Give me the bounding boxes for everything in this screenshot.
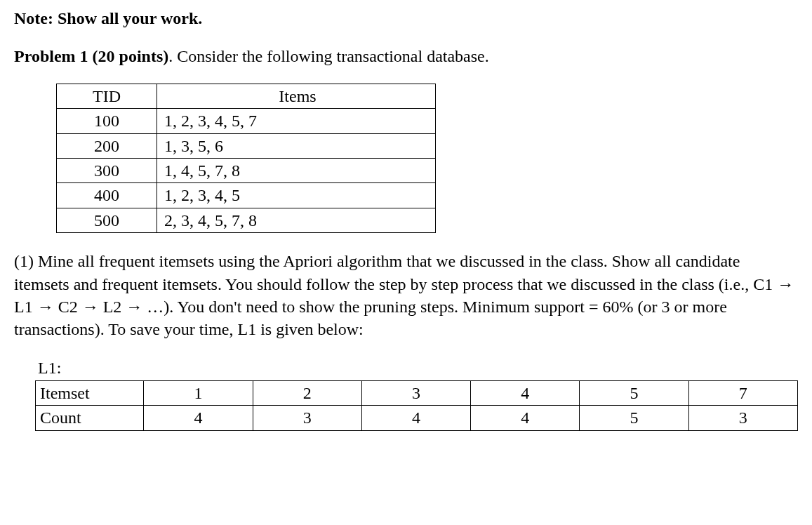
table-row: 300 1, 4, 5, 7, 8 xyxy=(57,158,436,182)
cell-tid: 100 xyxy=(57,109,157,133)
l1-table: Itemset 1 2 3 4 5 7 Count 4 3 4 4 5 3 xyxy=(35,380,798,431)
l1-count-cell: 4 xyxy=(361,406,470,430)
l1-itemset-cell: 3 xyxy=(361,381,470,406)
problem-intro: Problem 1 (20 points). Consider the foll… xyxy=(14,45,798,67)
table-row: 200 1, 3, 5, 6 xyxy=(57,133,436,158)
cell-items: 1, 3, 5, 6 xyxy=(157,133,436,158)
l1-itemset-cell: 5 xyxy=(580,381,688,406)
cell-items: 1, 4, 5, 7, 8 xyxy=(157,158,436,182)
cell-items: 2, 3, 4, 5, 7, 8 xyxy=(157,208,436,232)
l1-count-cell: 3 xyxy=(688,406,797,430)
l1-count-cell: 4 xyxy=(471,406,580,430)
question-1-text: (1) Mine all frequent itemsets using the… xyxy=(14,250,798,341)
l1-itemset-cell: 7 xyxy=(688,381,797,406)
l1-itemset-cell: 1 xyxy=(144,381,253,406)
cell-tid: 400 xyxy=(57,183,157,208)
cell-tid: 300 xyxy=(57,158,157,182)
l1-itemset-cell: 4 xyxy=(471,381,580,406)
l1-count-cell: 5 xyxy=(580,406,688,430)
problem-heading: Problem 1 (20 points) xyxy=(14,47,168,65)
table-row: 100 1, 2, 3, 4, 5, 7 xyxy=(57,109,436,133)
header-tid: TID xyxy=(57,84,157,108)
note-line: Note: Show all your work. xyxy=(14,7,798,29)
cell-tid: 200 xyxy=(57,133,157,158)
l1-itemset-row: Itemset 1 2 3 4 5 7 xyxy=(36,381,798,406)
cell-items: 1, 2, 3, 4, 5 xyxy=(157,183,436,208)
l1-count-row: Count 4 3 4 4 5 3 xyxy=(36,406,798,430)
note-text: Note: Show all your work. xyxy=(14,9,202,27)
l1-block: L1: Itemset 1 2 3 4 5 7 Count 4 3 4 4 5 … xyxy=(35,357,798,431)
transaction-table: TID Items 100 1, 2, 3, 4, 5, 7 200 1, 3,… xyxy=(56,84,436,233)
l1-caption: L1: xyxy=(38,357,798,379)
table-header-row: TID Items xyxy=(57,84,436,108)
l1-row-label-itemset: Itemset xyxy=(36,381,144,406)
problem-intro-rest: . Consider the following transactional d… xyxy=(168,47,489,65)
table-row: 400 1, 2, 3, 4, 5 xyxy=(57,183,436,208)
cell-items: 1, 2, 3, 4, 5, 7 xyxy=(157,109,436,133)
l1-count-cell: 3 xyxy=(253,406,361,430)
l1-itemset-cell: 2 xyxy=(253,381,361,406)
header-items: Items xyxy=(157,84,436,108)
table-row: 500 2, 3, 4, 5, 7, 8 xyxy=(57,208,436,232)
l1-row-label-count: Count xyxy=(36,406,144,430)
l1-count-cell: 4 xyxy=(144,406,253,430)
cell-tid: 500 xyxy=(57,208,157,232)
